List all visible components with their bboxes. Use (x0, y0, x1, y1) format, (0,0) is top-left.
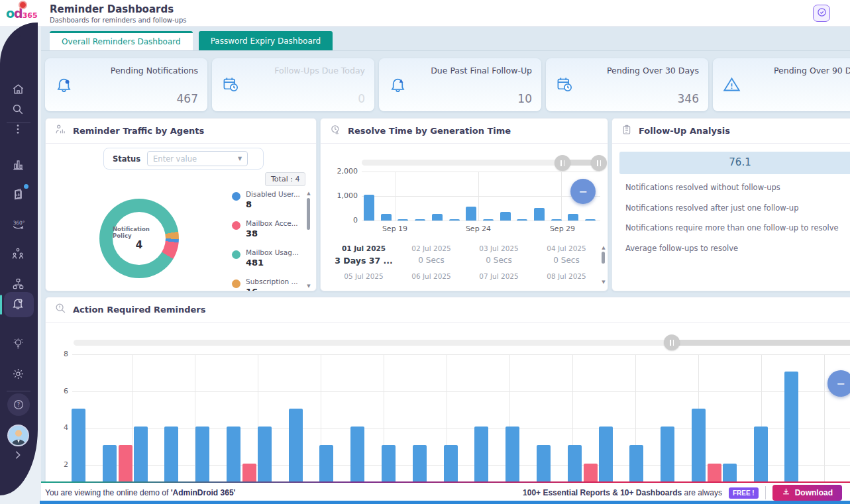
legend-value: 481 (246, 258, 264, 268)
action-bar-blue[interactable] (599, 427, 613, 481)
sync-icon[interactable] (11, 28, 23, 42)
resolve-bar[interactable] (585, 219, 596, 221)
action-bar-blue[interactable] (784, 372, 798, 481)
admin-icon (11, 247, 25, 263)
download-button[interactable]: Download (772, 485, 842, 501)
date-grid-cell[interactable]: 03 Jul 20250 Secs (465, 244, 533, 265)
y-axis-tick: 8 (51, 350, 68, 358)
date-grid-cell[interactable]: 05 Jul 2025 (330, 272, 398, 283)
reminder-traffic-panel: Reminder Traffic by Agents Status Enter … (45, 118, 317, 291)
stat-card-0[interactable]: Pending Notifications467 (45, 58, 207, 111)
resolve-slider-handle-right[interactable] (591, 155, 607, 171)
resolve-bar[interactable] (364, 195, 374, 221)
action-bar-blue[interactable] (350, 427, 364, 481)
legend-item[interactable]: Mailbox Acce...38 (232, 219, 303, 243)
sidebar-item-reminders[interactable] (11, 297, 25, 312)
zoom-out-button[interactable]: − (570, 179, 596, 204)
sidebar-item-expand[interactable] (11, 449, 25, 464)
y-axis-tick: 4 (51, 423, 68, 432)
action-bar-blue[interactable] (134, 427, 148, 481)
action-bar-blue[interactable] (195, 427, 209, 481)
action-bar-pink[interactable] (708, 464, 721, 481)
sidebar-item-customization[interactable] (11, 338, 25, 352)
legend-item[interactable]: Mailbox Usag...481 (232, 248, 303, 272)
status-filter-select[interactable]: Enter value ▼ (147, 151, 248, 166)
action-bar-pink[interactable] (119, 445, 133, 481)
stat-card-3[interactable]: Pending Over 30 Days346 (546, 58, 708, 111)
action-bar-blue[interactable] (537, 445, 551, 481)
action-bar-blue[interactable] (629, 445, 643, 481)
legend-scrollbar[interactable]: ▲▼ (305, 190, 312, 289)
sidebar-item-search[interactable] (11, 103, 25, 118)
action-bar-blue[interactable] (661, 427, 674, 481)
panel-header: Reminder Traffic by Agents (46, 119, 316, 144)
date-grid-cell[interactable]: 01 Jul 20253 Days 37 ... (330, 244, 398, 266)
legend-value: 38 (246, 228, 258, 238)
resolve-bar[interactable] (568, 214, 578, 221)
action-bar-blue[interactable] (289, 409, 303, 482)
tab-overall-reminders[interactable]: Overall Reminders Dashboard (50, 31, 193, 50)
sidebar-item-workflow[interactable] (11, 277, 25, 292)
date-grid-cell[interactable]: 04 Jul 20250 Secs (533, 244, 600, 265)
action-bar-blue[interactable] (413, 445, 427, 481)
date-grid-cell[interactable]: 07 Jul 2025 (465, 272, 533, 283)
resolve-bar[interactable] (466, 207, 476, 221)
resolve-bar[interactable] (517, 219, 527, 221)
date-grid-cell[interactable]: 06 Jul 2025 (398, 272, 465, 283)
action-bar-pink[interactable] (242, 464, 256, 481)
date-grid-scrollbar[interactable]: ▲▼ (600, 244, 607, 285)
action-bar-blue[interactable] (319, 445, 333, 481)
action-bar-blue[interactable] (103, 445, 117, 481)
legend-item[interactable]: Subscription ...16 (232, 277, 303, 291)
action-bar-blue[interactable] (723, 464, 737, 481)
resolve-bar[interactable] (381, 214, 392, 221)
action-bar-blue[interactable] (474, 427, 488, 481)
legend-item[interactable]: Disabled User...8 (232, 190, 303, 214)
sidebar-item-more[interactable] (11, 123, 25, 138)
action-required-panel: Action Required Reminders 8642 − (45, 297, 850, 481)
resolve-bar[interactable] (415, 219, 425, 221)
action-bar-blue[interactable] (444, 445, 458, 481)
date-grid-cell[interactable]: 08 Jul 2025 (533, 272, 600, 283)
action-bar-blue[interactable] (258, 427, 272, 481)
resolve-bar[interactable] (432, 214, 443, 221)
resolve-bar[interactable] (534, 208, 545, 221)
resolve-bar[interactable] (483, 219, 494, 221)
sidebar-item-view360[interactable]: 360° (11, 218, 25, 232)
sidebar-item-audit[interactable] (11, 188, 25, 203)
stat-card-1[interactable]: Follow-Ups Due Today0 (212, 58, 374, 111)
sidebar-item-help[interactable]: ? (11, 399, 26, 413)
action-bar-blue[interactable] (692, 409, 706, 482)
resolve-slider-handle-left[interactable] (555, 155, 570, 171)
x-axis-tick: Sep 29 (543, 225, 582, 233)
action-bar-blue[interactable] (568, 445, 582, 481)
action-bar-blue[interactable] (72, 409, 85, 482)
sidebar-item-settings[interactable] (11, 368, 25, 382)
stat-card-4[interactable]: Pending Over 90 Days (713, 58, 850, 111)
tab-password-expiry[interactable]: Password Expiry Dashboard (199, 31, 333, 50)
resolve-bar[interactable] (500, 212, 511, 221)
sidebar-item-reports[interactable] (11, 158, 25, 173)
calendar-clock-icon (222, 76, 240, 96)
action-bar-blue[interactable] (505, 427, 519, 481)
scheduler-button[interactable] (813, 5, 830, 22)
action-slider-handle[interactable] (664, 334, 680, 350)
cell-date: 06 Jul 2025 (398, 272, 465, 280)
user-avatar[interactable] (7, 425, 29, 446)
y-axis-tick: 0 (326, 216, 358, 225)
date-grid-cell[interactable]: 02 Jul 20250 Secs (398, 244, 465, 265)
action-bar-pink[interactable] (584, 464, 598, 481)
action-bar-blue[interactable] (382, 445, 396, 481)
action-bar-blue[interactable] (164, 427, 178, 481)
dashboard-tabs: Overall Reminders DashboardPassword Expi… (50, 31, 333, 50)
sidebar-item-home[interactable] (11, 83, 25, 97)
action-bar-blue[interactable] (227, 427, 240, 481)
resolve-bar[interactable] (398, 219, 408, 221)
zoom-out-button[interactable]: − (827, 370, 850, 397)
cell-date: 05 Jul 2025 (330, 272, 398, 280)
sidebar-item-admin[interactable] (11, 248, 25, 262)
stat-card-2[interactable]: Due Past Final Follow-Up10 (379, 58, 541, 111)
action-bar-blue[interactable] (754, 427, 768, 481)
resolve-bar[interactable] (551, 219, 562, 221)
resolve-bar[interactable] (449, 219, 460, 221)
